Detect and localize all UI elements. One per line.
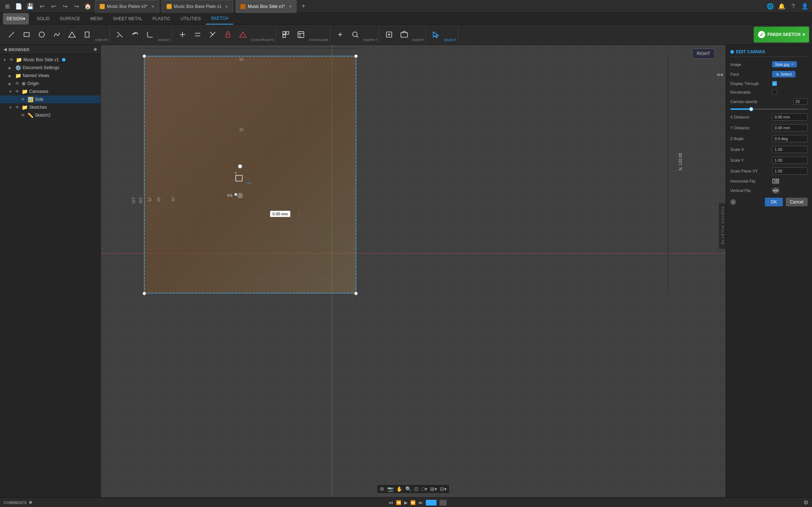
dimension-label[interactable]: 0.00 mm — [270, 211, 290, 217]
visibility-icon[interactable]: 👁 — [15, 89, 19, 94]
tree-item-named-views[interactable]: ▶ 📁 Named Views — [0, 72, 100, 80]
offset-tool[interactable] — [128, 27, 142, 42]
line-tool[interactable] — [4, 27, 19, 42]
home-icon[interactable]: 🏠 — [84, 2, 92, 11]
visibility-icon[interactable]: 👁 — [15, 105, 19, 110]
tab-sheet-metal[interactable]: SHEET METAL — [108, 13, 147, 24]
info-icon[interactable]: ℹ — [730, 199, 736, 205]
design-dropdown[interactable]: DESIGN ▾ — [3, 13, 29, 24]
select-tool[interactable] — [429, 27, 443, 42]
canvas-viewport[interactable]: ↑ → ⇔ ⊗ 0.00 mm ⋮ fx: 132.00 50 25 — [101, 45, 726, 497]
cancel-button[interactable]: Cancel — [786, 198, 808, 206]
configure-tool[interactable] — [279, 27, 293, 42]
x-distance-input[interactable] — [772, 113, 808, 121]
mirror-x-icon[interactable]: ⇔ — [227, 191, 233, 199]
handle-tr[interactable] — [354, 54, 358, 58]
pivot-point[interactable] — [234, 193, 238, 196]
display-mode-icon[interactable]: □▾ — [421, 486, 427, 492]
mirror-y-icon[interactable]: ⊗ — [237, 191, 243, 200]
zoom-icon[interactable]: 🔍 — [405, 486, 411, 492]
vertical-flip-button[interactable] — [772, 188, 779, 193]
tab-surface[interactable]: SURFACE — [55, 13, 85, 24]
parallel-tool[interactable] — [190, 27, 205, 42]
dimension-options-icon[interactable]: ⋮ — [296, 211, 302, 218]
visibility-icon[interactable]: 👁 — [9, 57, 14, 62]
skip-end-button[interactable]: ⏭ — [419, 500, 423, 505]
expand-icon[interactable]: ▶ — [9, 74, 14, 78]
tab1-close-icon[interactable]: ✕ — [151, 4, 154, 9]
globe-icon[interactable]: 🌐 — [766, 2, 775, 11]
tree-item-sketch2[interactable]: ▶ 👁 ✏️ Sketch2 — [0, 111, 100, 119]
tree-item-origin[interactable]: ▶ 👁 ⊕ Origin — [0, 80, 100, 88]
z-angle-input[interactable] — [772, 135, 808, 142]
insert2-tool[interactable] — [397, 27, 411, 42]
tree-item-sketches[interactable]: ▼ 👁 📁 Sketches — [0, 103, 100, 111]
step-forward-button[interactable]: ⏩ — [410, 500, 416, 505]
scale-x-input[interactable] — [772, 146, 808, 153]
browser-collapse-icon[interactable]: ◀ — [4, 47, 6, 52]
skip-start-button[interactable]: ⏮ — [389, 500, 393, 505]
handle-bl[interactable] — [143, 292, 146, 295]
undo-icon[interactable]: ↩ — [37, 2, 46, 11]
visibility-icon[interactable]: 👁 — [15, 81, 19, 86]
tree-item-document-settings[interactable]: ▶ ⚙️ Document Settings — [0, 64, 100, 72]
tab-plastic[interactable]: PLASTIC — [148, 13, 176, 24]
inspect2-tool[interactable] — [348, 27, 362, 42]
tree-item-side[interactable]: ▶ 👁 🖼️ Side — [0, 95, 100, 103]
tree-item-root[interactable]: ▼ 👁 📁 Music Box Side v1 — [0, 56, 100, 64]
move-tool-widget[interactable]: ↑ → ⇔ ⊗ — [223, 164, 259, 200]
undo2-icon[interactable]: ↩ — [49, 2, 58, 11]
sketch-palette-tab[interactable]: SKETCH PALETTE — [718, 203, 726, 248]
tab-utilities[interactable]: UTILITIES — [176, 13, 206, 24]
fillet-tool[interactable] — [143, 27, 157, 42]
tree-item-canvases[interactable]: ▼ 👁 📁 Canvases — [0, 88, 100, 95]
finish-sketch-button[interactable]: ✓ FINISH SKETCH ▾ — [754, 27, 809, 42]
triangle-tool[interactable] — [65, 27, 79, 42]
expand-icon[interactable]: ▶ — [9, 82, 14, 86]
expand-icon[interactable]: ▶ — [9, 66, 14, 70]
tab-sketch[interactable]: SKETCH — [206, 13, 234, 24]
visibility-icon[interactable]: 👁 — [21, 113, 25, 118]
rectangle-tool[interactable] — [19, 27, 34, 42]
expand-icon[interactable]: ▼ — [3, 58, 8, 62]
visibility-icon[interactable]: 👁 — [21, 97, 25, 102]
perpendicular-tool[interactable] — [206, 27, 220, 42]
opacity-slider[interactable] — [730, 108, 808, 110]
circle-tool[interactable] — [35, 27, 49, 42]
configure2-tool[interactable] — [294, 27, 308, 42]
polygon-tool[interactable] — [80, 27, 94, 42]
comments-add-icon[interactable]: ⊕ — [29, 500, 32, 505]
renderable-checkbox[interactable] — [772, 90, 777, 95]
fit-icon[interactable]: ⊡ — [414, 486, 419, 492]
spline-tool[interactable] — [50, 27, 64, 42]
tab-music-box-base[interactable]: Music Box Base Plate v1 ✕ — [162, 0, 233, 13]
file-icon[interactable]: 📄 — [14, 2, 23, 11]
scale-y-input[interactable] — [772, 157, 808, 164]
tab3-close-icon[interactable]: ✕ — [289, 4, 292, 9]
image-tag-close-icon[interactable]: ✕ — [791, 62, 794, 67]
y-distance-input[interactable] — [772, 124, 808, 131]
handle-br[interactable] — [354, 292, 358, 295]
lock-tool[interactable] — [221, 27, 235, 42]
redo2-icon[interactable]: ↪ — [72, 2, 81, 11]
inspect-tool[interactable] — [333, 27, 347, 42]
tab-music-box-plates[interactable]: Music Box Plates v2* ✕ — [95, 0, 159, 13]
capture-icon[interactable]: 📷 — [387, 486, 393, 492]
trim-tool[interactable] — [113, 27, 127, 42]
tab-solid[interactable]: SOLID — [32, 13, 55, 24]
notification-icon[interactable]: 🔔 — [777, 2, 786, 11]
viewport-menu-icon[interactable]: ⚙ — [380, 486, 384, 492]
browser-add-icon[interactable]: ⊕ — [94, 47, 97, 52]
coincident-tool[interactable] — [175, 27, 190, 42]
user-icon[interactable]: 👤 — [800, 2, 809, 11]
save-icon[interactable]: 💾 — [26, 2, 35, 11]
ok-button[interactable]: OK — [765, 198, 782, 206]
play-button[interactable]: ▶ — [404, 500, 407, 505]
expand-icon[interactable]: ▼ — [9, 106, 14, 109]
face-select-button[interactable]: 🖱 Select — [772, 71, 795, 77]
settings-icon[interactable]: ⚙ — [803, 499, 808, 506]
tab-mesh[interactable]: MESH — [85, 13, 108, 24]
viewport-settings-icon[interactable]: ⊟▾ — [440, 486, 447, 492]
help-icon[interactable]: ? — [789, 2, 798, 11]
expand-icon[interactable]: ▼ — [9, 90, 14, 94]
